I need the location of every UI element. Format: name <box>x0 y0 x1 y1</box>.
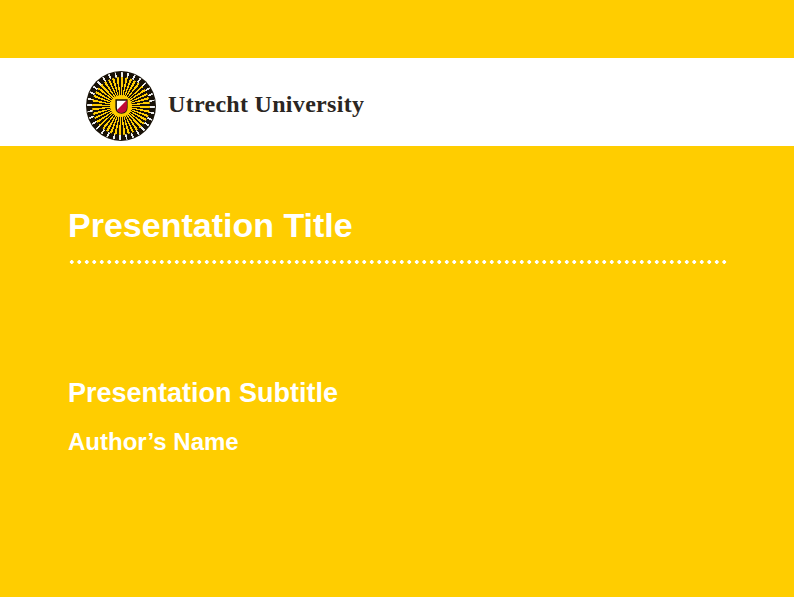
utrecht-university-logo <box>86 71 156 141</box>
author-name: Author’s Name <box>68 428 239 455</box>
utrecht-shield-icon <box>115 99 128 114</box>
presentation-subtitle: Presentation Subtitle <box>68 378 338 409</box>
dotted-divider <box>68 259 728 265</box>
presentation-title: Presentation Title <box>68 206 353 244</box>
top-yellow-band <box>0 0 794 58</box>
title-slide: Utrecht University Presentation Title Pr… <box>0 0 794 597</box>
seal-center <box>110 95 132 117</box>
university-wordmark: Utrecht University <box>168 91 364 117</box>
